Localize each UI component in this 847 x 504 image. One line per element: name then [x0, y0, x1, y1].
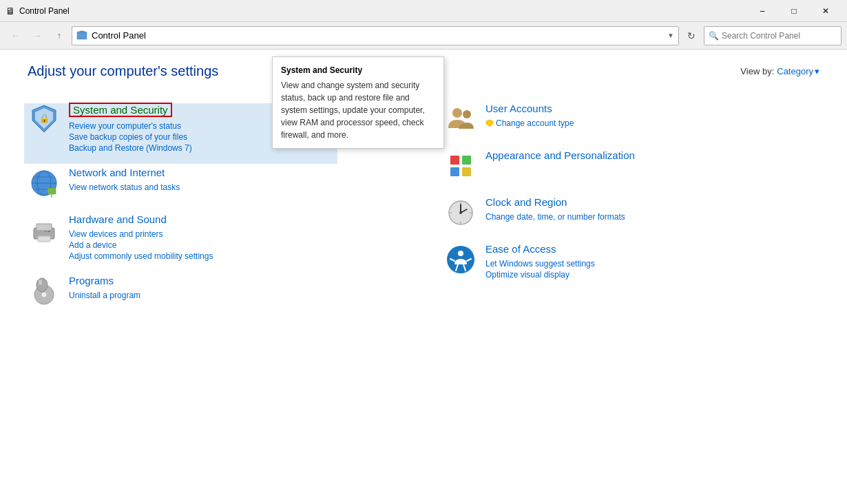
address-bar[interactable]: Control Panel ▼ — [72, 26, 679, 45]
ease-access-title[interactable]: Ease of Access — [485, 243, 556, 255]
ease-access-info: Ease of Access Let Windows suggest setti… — [485, 243, 819, 280]
viewby-category-link[interactable]: Category ▾ — [777, 66, 819, 76]
maximize-button[interactable]: □ — [778, 0, 810, 22]
address-icon — [76, 30, 87, 41]
clock-region-link-0[interactable]: Change date, time, or number formats — [485, 212, 819, 222]
ease-access-link-1[interactable]: Optimize visual display — [485, 270, 819, 280]
svg-rect-24 — [450, 156, 459, 165]
main-content: Adjust your computer's settings View by:… — [0, 50, 847, 328]
appearance-info: Appearance and Personalization — [485, 149, 819, 164]
titlebar: 🖥 Control Panel – □ ✕ — [0, 0, 847, 22]
svg-rect-27 — [462, 167, 471, 176]
svg-rect-15 — [48, 231, 50, 232]
category-programs: Programs Uninstall a program — [28, 268, 403, 315]
ease-access-icon — [444, 243, 477, 276]
shield-badge-icon — [485, 119, 494, 127]
up-button[interactable]: ↑ — [50, 26, 69, 45]
ease-access-link-0[interactable]: Let Windows suggest settings — [485, 259, 819, 269]
network-link-0[interactable]: View network status and tasks — [69, 182, 403, 192]
tooltip-title: System and Security — [281, 64, 435, 76]
page-title: Adjust your computer's settings — [28, 63, 218, 79]
clock-region-info: Clock and Region Change date, time, or n… — [485, 196, 819, 222]
search-box[interactable]: 🔍 — [704, 26, 841, 45]
programs-info: Programs Uninstall a program — [69, 275, 403, 300]
svg-point-21 — [452, 108, 462, 118]
category-user-accounts: User Accounts Change account type — [444, 96, 819, 143]
minimize-button[interactable]: – — [746, 0, 778, 22]
category-clock-region: Clock and Region Change date, time, or n… — [444, 189, 819, 236]
appearance-icon — [444, 149, 477, 182]
right-column: User Accounts Change account type — [444, 96, 819, 315]
category-network: Network and Internet View network status… — [28, 160, 403, 207]
hardware-info: Hardware and Sound View devices and prin… — [69, 213, 403, 261]
network-title[interactable]: Network and Internet — [69, 167, 165, 178]
network-info: Network and Internet View network status… — [69, 167, 403, 192]
system-security-title[interactable]: System and Security — [69, 103, 172, 117]
titlebar-app-icon: 🖥 — [6, 6, 15, 17]
search-icon: 🔍 — [709, 31, 719, 41]
clock-region-icon — [444, 196, 477, 229]
user-accounts-title[interactable]: User Accounts — [485, 103, 552, 114]
svg-rect-14 — [38, 236, 50, 242]
hardware-link-2[interactable]: Adjust commonly used mobility settings — [69, 251, 403, 261]
svg-point-22 — [463, 110, 471, 118]
programs-icon — [28, 275, 61, 308]
programs-link-0[interactable]: Uninstall a program — [69, 291, 403, 300]
svg-text:🔒: 🔒 — [39, 113, 50, 123]
user-accounts-info: User Accounts Change account type — [485, 103, 819, 128]
close-button[interactable]: ✕ — [810, 0, 841, 22]
user-accounts-link-0[interactable]: Change account type — [496, 118, 574, 128]
svg-rect-10 — [48, 188, 56, 194]
user-accounts-icon — [444, 103, 477, 136]
svg-rect-0 — [77, 32, 87, 39]
address-dropdown-icon[interactable]: ▼ — [667, 32, 674, 39]
svg-rect-13 — [36, 224, 52, 231]
clock-region-title[interactable]: Clock and Region — [485, 196, 567, 208]
svg-marker-23 — [486, 120, 493, 127]
category-appearance: Appearance and Personalization — [444, 143, 819, 189]
svg-rect-16 — [45, 231, 46, 232]
address-text: Control Panel — [92, 30, 663, 41]
svg-rect-26 — [450, 167, 459, 176]
refresh-button[interactable]: ↻ — [682, 26, 701, 45]
svg-point-18 — [41, 292, 47, 297]
category-ease-access: Ease of Access Let Windows suggest setti… — [444, 236, 819, 286]
tooltip-text: View and change system and security stat… — [281, 79, 435, 141]
category-hardware: Hardware and Sound View devices and prin… — [28, 207, 403, 268]
hardware-link-1[interactable]: Add a device — [69, 240, 403, 250]
titlebar-title: Control Panel — [19, 6, 70, 16]
viewby-label: View by: — [740, 66, 774, 76]
search-input[interactable] — [722, 31, 837, 41]
hardware-link-0[interactable]: View devices and printers — [69, 229, 403, 239]
svg-point-37 — [458, 251, 463, 256]
viewby: View by: Category ▾ — [740, 66, 819, 76]
titlebar-controls: – □ ✕ — [746, 0, 841, 22]
svg-rect-20 — [39, 280, 42, 285]
network-icon — [28, 167, 61, 200]
svg-rect-25 — [462, 156, 471, 165]
hardware-title[interactable]: Hardware and Sound — [69, 213, 167, 225]
programs-title[interactable]: Programs — [69, 275, 114, 286]
svg-rect-1 — [80, 31, 84, 32]
system-security-icon: 🔒 — [28, 103, 61, 136]
addressbar: ← → ↑ Control Panel ▼ ↻ 🔍 — [0, 22, 847, 50]
appearance-title[interactable]: Appearance and Personalization — [485, 149, 635, 161]
back-button[interactable]: ← — [6, 26, 25, 45]
hardware-icon — [28, 213, 61, 246]
tooltip-popup: System and Security View and change syst… — [272, 56, 444, 149]
forward-button[interactable]: → — [28, 26, 47, 45]
